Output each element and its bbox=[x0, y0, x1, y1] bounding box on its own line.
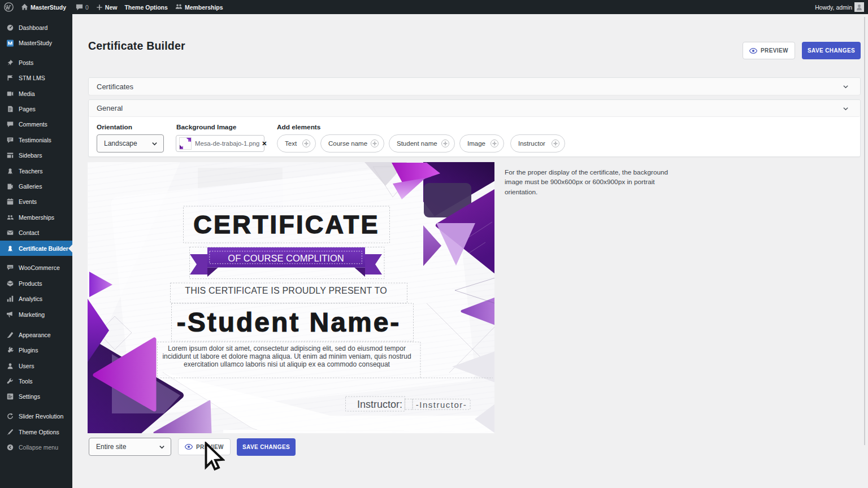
svg-text:-Student Name-: -Student Name- bbox=[177, 307, 401, 337]
svg-text:exercitation ullamco laboris n: exercitation ullamco laboris nisi ut ali… bbox=[184, 360, 390, 368]
svg-text:incididunt ut labore et dolore: incididunt ut labore et dolore magna ali… bbox=[162, 352, 411, 360]
svg-text:Lorem ipsum dolor sit amet, co: Lorem ipsum dolor sit amet, consectetur … bbox=[168, 345, 406, 352]
svg-text:THIS CERTIFICATE IS PROUDLY PR: THIS CERTIFICATE IS PROUDLY PRESENT TO bbox=[185, 286, 387, 295]
svg-text:-Instructor-: -Instructor- bbox=[416, 400, 467, 409]
svg-text:woo: woo bbox=[7, 266, 12, 268]
svg-text:OF COURSE COMPLITION: OF COURSE COMPLITION bbox=[228, 253, 344, 263]
svg-text:Instructor:: Instructor: bbox=[357, 399, 402, 410]
svg-text:CERTIFICATE: CERTIFICATE bbox=[193, 210, 379, 239]
